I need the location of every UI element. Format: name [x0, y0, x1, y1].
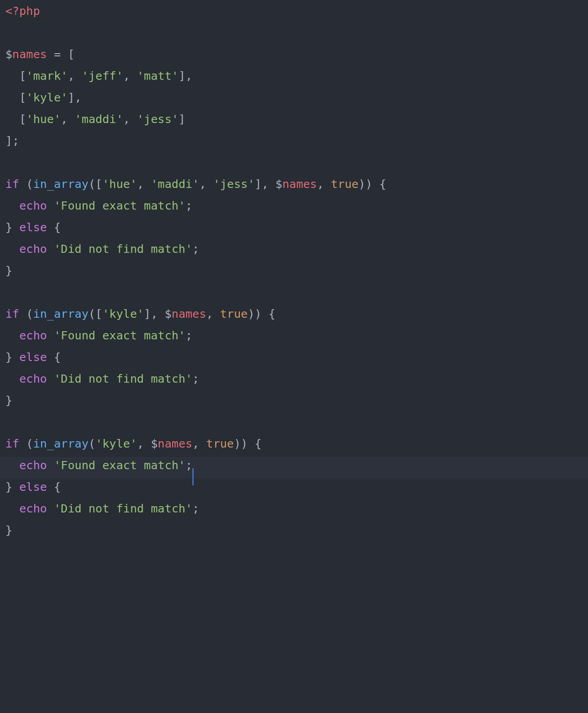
- code-token: ,: [68, 69, 82, 82]
- code-token: ],: [255, 177, 276, 191]
- code-token: ];: [5, 134, 19, 147]
- code-token: names: [158, 437, 193, 450]
- code-line[interactable]: }: [5, 523, 12, 537]
- code-token: (: [88, 437, 95, 450]
- code-token: 'hue': [26, 112, 61, 126]
- code-token: ([: [88, 177, 102, 191]
- code-line[interactable]: echo 'Did not find match';: [5, 502, 199, 515]
- code-token: [: [5, 112, 26, 126]
- code-token: (: [19, 177, 33, 191]
- code-token: echo: [19, 199, 47, 212]
- code-token: }: [5, 220, 19, 234]
- code-token: [47, 199, 54, 212]
- code-token: 'kyle': [26, 91, 68, 104]
- code-token: }: [5, 480, 19, 494]
- code-token: else: [19, 220, 47, 234]
- code-line[interactable]: echo 'Found exact match';: [5, 199, 193, 212]
- code-token: ,: [206, 307, 220, 320]
- code-token: echo: [19, 242, 47, 256]
- code-token: ,: [317, 177, 331, 191]
- code-editor[interactable]: <?php $names = [ ['mark', 'jeff', 'matt'…: [0, 0, 588, 541]
- code-token: echo: [19, 502, 47, 515]
- code-token: [: [5, 69, 26, 82]
- code-token: [5, 199, 19, 212]
- code-token: ]: [179, 112, 185, 126]
- code-token: [5, 242, 19, 256]
- code-line[interactable]: echo 'Found exact match';: [5, 329, 193, 342]
- code-line[interactable]: echo 'Did not find match';: [5, 372, 199, 385]
- code-line[interactable]: if (in_array(['kyle'], $names, true)) {: [5, 307, 276, 320]
- code-token: true: [220, 307, 248, 320]
- code-token: $: [276, 177, 282, 191]
- code-token: 'Found exact match': [54, 199, 186, 212]
- code-token: ;: [185, 199, 192, 212]
- code-token: )) {: [234, 437, 262, 450]
- code-token: in_array: [33, 177, 88, 191]
- code-token: ,: [199, 177, 213, 191]
- code-token: if: [5, 437, 19, 450]
- code-token: 'Did not find match': [54, 242, 193, 256]
- code-line[interactable]: }: [5, 264, 12, 277]
- code-token: ;: [193, 502, 199, 515]
- code-token: echo: [19, 458, 47, 472]
- code-token: ,: [61, 112, 75, 126]
- code-token: [47, 372, 54, 385]
- code-token: ;: [185, 458, 192, 472]
- code-token: ,: [137, 177, 151, 191]
- code-token: [47, 242, 54, 256]
- code-token: [47, 502, 54, 515]
- code-token: ;: [193, 372, 199, 385]
- code-token: [47, 47, 54, 61]
- code-token: if: [5, 177, 19, 191]
- code-token: ],: [144, 307, 165, 320]
- code-line[interactable]: echo 'Found exact match';: [5, 458, 193, 472]
- code-token: 'Found exact match': [54, 329, 186, 342]
- code-token: (: [19, 437, 33, 450]
- code-token: {: [47, 480, 61, 494]
- code-token: 'kyle': [102, 307, 144, 320]
- code-token: ,: [137, 437, 151, 450]
- code-line[interactable]: } else {: [5, 350, 61, 364]
- code-token: [5, 502, 19, 515]
- code-line[interactable]: ['mark', 'jeff', 'matt'],: [5, 69, 193, 82]
- code-token: 'Did not find match': [54, 502, 193, 515]
- code-token: names: [172, 307, 207, 320]
- code-token: ],: [68, 91, 82, 104]
- code-token: ,: [193, 437, 207, 450]
- code-token: 'jeff': [82, 69, 123, 82]
- code-line[interactable]: ];: [5, 134, 19, 147]
- code-line[interactable]: ['kyle'],: [5, 91, 82, 104]
- code-token: ,: [123, 69, 137, 82]
- code-token: =: [54, 47, 60, 61]
- code-line[interactable]: } else {: [5, 480, 61, 494]
- code-token: 'matt': [137, 69, 179, 82]
- code-token: else: [19, 480, 47, 494]
- code-line[interactable]: echo 'Did not find match';: [5, 242, 199, 256]
- code-token: echo: [19, 372, 47, 385]
- code-token: [47, 329, 54, 342]
- code-token: in_array: [33, 307, 88, 320]
- code-token: ,: [123, 112, 137, 126]
- code-token: names: [12, 47, 47, 61]
- code-token: 'maddi': [75, 112, 123, 126]
- code-line[interactable]: }: [5, 393, 12, 407]
- code-token: 'Did not find match': [54, 372, 193, 385]
- code-token: )) {: [358, 177, 386, 191]
- code-token: true: [331, 177, 358, 191]
- code-token: else: [19, 350, 47, 364]
- code-token: 'hue': [102, 177, 137, 191]
- code-line[interactable]: $names = [: [5, 47, 75, 61]
- code-token: {: [47, 350, 61, 364]
- code-line[interactable]: if (in_array(['hue', 'maddi', 'jess'], $…: [5, 177, 386, 191]
- code-line[interactable]: if (in_array('kyle', $names, true)) {: [5, 437, 262, 450]
- code-token: }: [5, 264, 12, 277]
- code-line[interactable]: <?php: [5, 4, 40, 18]
- code-token: 'kyle': [96, 437, 137, 450]
- code-line[interactable]: ['hue', 'maddi', 'jess']: [5, 112, 185, 126]
- code-token: ;: [185, 329, 192, 342]
- code-token: if: [5, 307, 19, 320]
- code-line[interactable]: } else {: [5, 220, 61, 234]
- code-token: <?php: [5, 4, 40, 18]
- code-token: [5, 329, 19, 342]
- code-token: ([: [88, 307, 102, 320]
